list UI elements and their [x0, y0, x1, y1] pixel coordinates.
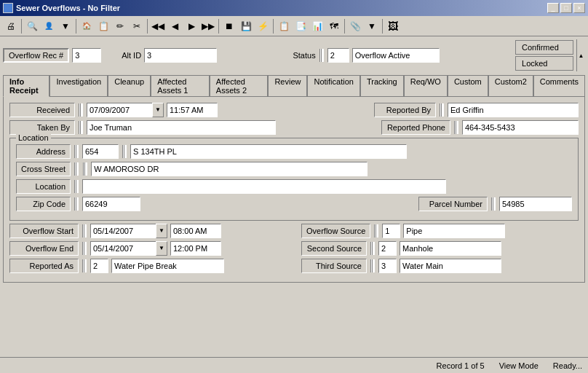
cross-street-input[interactable] — [91, 162, 368, 176]
cross-street-label: Cross Street — [16, 162, 71, 176]
second-source-label: Second Source — [301, 241, 367, 256]
taken-by-row: Taken By Reported Phone — [9, 120, 579, 135]
overflow-start-time[interactable] — [170, 224, 221, 238]
status-separator — [319, 49, 324, 62]
reported-by-input[interactable] — [448, 103, 579, 117]
cross-sep2 — [83, 162, 87, 176]
received-sep — [79, 103, 83, 117]
zip-sep — [74, 197, 79, 211]
view-mode: View Mode — [499, 361, 539, 370]
address-num-input[interactable] — [82, 144, 119, 159]
alt-id-input[interactable] — [144, 48, 217, 63]
tab-custom2[interactable]: Custom2 — [488, 75, 533, 97]
minimize-button[interactable]: _ — [547, 3, 559, 13]
reported-as-num[interactable] — [90, 259, 108, 273]
overflow-source-label: Overflow Source — [301, 224, 370, 238]
third-source-num[interactable] — [378, 259, 397, 273]
maximize-button[interactable]: □ — [560, 3, 572, 13]
locked-button[interactable]: Locked — [515, 56, 573, 71]
third-source-label: Third Source — [301, 259, 367, 273]
tab-custom[interactable]: Custom — [448, 75, 488, 97]
status-code-input[interactable] — [327, 48, 349, 63]
tab-req-wo[interactable]: Req/WO — [404, 75, 448, 97]
location-legend: Location — [16, 133, 51, 142]
parcel-input[interactable] — [499, 197, 572, 211]
overflow-start-row: Overflow Start ▼ — [9, 224, 287, 238]
copy-button[interactable]: 📋 — [276, 18, 292, 34]
location-input[interactable] — [82, 179, 446, 194]
chart-button[interactable]: 📊 — [309, 18, 325, 34]
stop-button[interactable]: ⏹ — [221, 18, 237, 34]
overflow-source-input[interactable] — [403, 224, 505, 238]
third-source-input[interactable] — [400, 259, 501, 273]
tab-info-receipt[interactable]: Info Receipt — [3, 75, 49, 97]
received-time-input[interactable] — [167, 103, 218, 117]
print-button[interactable]: 🖨 — [3, 18, 19, 34]
clipboard-button[interactable]: 📋 — [95, 18, 111, 34]
second-source-num[interactable] — [378, 241, 397, 256]
save-button[interactable]: 💾 — [238, 18, 254, 34]
tab-content: Received ▼ Reported By Taken By Reported… — [3, 96, 585, 283]
window-title: Sewer Overflows - No Filter — [16, 4, 120, 12]
extra-button[interactable]: 🖼 — [385, 18, 401, 34]
confirmed-button[interactable]: Confirmed — [515, 40, 573, 55]
overflow-end-label: Overflow End — [9, 241, 79, 256]
map-button[interactable]: 🗺 — [326, 18, 342, 34]
paste-button[interactable]: 📑 — [293, 18, 309, 34]
tab-tracking[interactable]: Tracking — [360, 75, 404, 97]
edit-button[interactable]: ✏ — [112, 18, 128, 34]
toolbar-separator-7 — [382, 19, 383, 34]
user-button[interactable]: 👤 — [41, 18, 57, 34]
status-bar: Record 1 of 5 View Mode Ready... — [0, 357, 588, 373]
title-bar: Sewer Overflows - No Filter _ □ × — [0, 0, 588, 16]
attach-button[interactable]: 📎 — [347, 18, 363, 34]
loc-sep — [74, 180, 79, 193]
os-date-arrow[interactable]: ▼ — [156, 224, 167, 238]
taken-by-input[interactable] — [87, 120, 276, 135]
next-record-button[interactable]: ▶ — [183, 18, 199, 34]
record-bar: Overflow Rec # Alt ID Status Confirmed L… — [3, 39, 585, 71]
tab-notification[interactable]: Notification — [307, 75, 359, 97]
alt-id-label: Alt ID — [122, 51, 141, 60]
address-row: Address — [16, 144, 572, 159]
second-source-input[interactable] — [400, 241, 501, 256]
overflow-source-row: Overflow Source — [301, 224, 579, 238]
date-dropdown-arrow[interactable]: ▼ — [152, 103, 164, 117]
tab-investigation[interactable]: Investigation — [49, 75, 108, 97]
last-record-button[interactable]: ▶▶ — [200, 18, 216, 34]
scrollbar-right[interactable]: ▲ — [576, 39, 585, 71]
address-label: Address — [16, 144, 71, 159]
overflow-end-time[interactable] — [170, 241, 221, 256]
dropdown-button[interactable]: ▼ — [57, 18, 74, 34]
overflow-start-date[interactable] — [90, 224, 156, 238]
tab-affected-assets-1[interactable]: Affected Assets 1 — [151, 75, 210, 97]
find-button[interactable]: 🔍 — [24, 18, 40, 34]
overflow-end-date[interactable] — [90, 241, 156, 256]
ss-sep — [370, 242, 375, 255]
oe-date-arrow[interactable]: ▼ — [156, 241, 167, 256]
home-button[interactable]: 🏠 — [79, 18, 95, 34]
reported-as-input[interactable] — [111, 259, 224, 273]
cut-button[interactable]: ✂ — [129, 18, 145, 34]
overflow-rec-button[interactable]: Overflow Rec # — [3, 48, 69, 63]
bottom-section: Overflow Start ▼ Overflow End — [9, 224, 579, 276]
tab-review[interactable]: Review — [268, 75, 307, 97]
status-text-input[interactable] — [352, 48, 440, 63]
close-button[interactable]: × — [573, 3, 585, 13]
more-button[interactable]: ▼ — [364, 18, 380, 34]
zip-input[interactable] — [82, 197, 140, 211]
prev-record-button[interactable]: ◀ — [167, 18, 183, 34]
location-row: Location — [16, 179, 572, 194]
address-street-input[interactable] — [130, 144, 407, 159]
received-date-input[interactable] — [87, 103, 152, 117]
tab-comments[interactable]: Comments — [533, 75, 585, 97]
first-record-button[interactable]: ◀◀ — [150, 18, 166, 34]
overflow-source-num[interactable] — [382, 224, 400, 238]
overflow-end-row: Overflow End ▼ — [9, 241, 287, 256]
overflow-rec-input[interactable] — [72, 48, 101, 63]
tab-affected-assets-2[interactable]: Affected Assets 2 — [210, 75, 269, 97]
reported-phone-input[interactable] — [462, 120, 579, 135]
lightning-button[interactable]: ⚡ — [255, 18, 271, 34]
tab-cleanup[interactable]: Cleanup — [108, 75, 151, 97]
overflow-start-label: Overflow Start — [9, 224, 79, 238]
